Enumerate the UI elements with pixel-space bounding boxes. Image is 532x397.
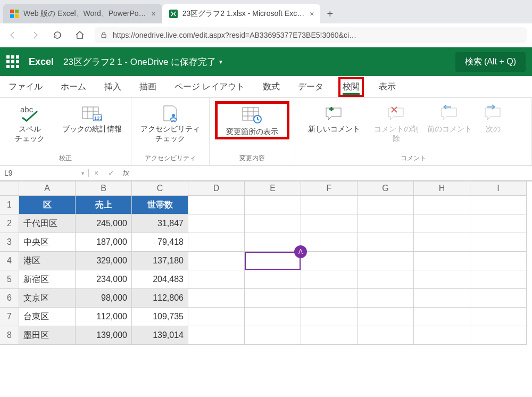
column-header[interactable]: E <box>245 181 301 196</box>
browser-tab-active[interactable]: 23区グラフ2 1.xlsx - Microsoft Exc… × <box>162 4 321 23</box>
cell[interactable]: 新宿区 <box>19 270 76 289</box>
cell[interactable] <box>470 214 527 233</box>
forward-button[interactable] <box>28 28 43 43</box>
row-header[interactable]: 2 <box>0 214 19 233</box>
cell[interactable]: 千代田区 <box>19 214 76 233</box>
cell[interactable] <box>245 233 301 252</box>
cell[interactable] <box>301 214 358 233</box>
ribbon-tab-draw[interactable]: 描画 <box>136 77 160 97</box>
back-button[interactable] <box>5 28 20 43</box>
workbook-stats-button[interactable]: 123 ブックの統計情報 <box>57 101 127 134</box>
column-header[interactable]: A <box>19 181 76 196</box>
cell[interactable]: 204,483 <box>132 270 188 289</box>
ribbon-tab-insert[interactable]: 挿入 <box>101 77 124 97</box>
new-tab-button[interactable]: + <box>320 4 339 23</box>
cell[interactable] <box>301 326 358 345</box>
column-header[interactable]: D <box>188 181 245 196</box>
ribbon-tab-file[interactable]: ファイル <box>5 77 46 97</box>
cell[interactable] <box>358 252 414 270</box>
cell[interactable] <box>470 233 527 252</box>
cell[interactable] <box>245 196 301 214</box>
accept-formula-icon[interactable]: ✓ <box>104 169 119 177</box>
cell[interactable]: 139,014 <box>132 326 188 345</box>
cell[interactable]: 31,847 <box>132 214 188 233</box>
spell-check-button[interactable]: abc スペル チェック <box>4 101 55 143</box>
cell[interactable] <box>301 196 358 214</box>
cell[interactable] <box>414 196 470 214</box>
cell[interactable] <box>188 308 245 326</box>
refresh-button[interactable] <box>50 28 65 43</box>
column-header[interactable]: G <box>358 181 414 196</box>
prev-comment-button[interactable]: 前のコメント <box>424 101 475 134</box>
row-header[interactable]: 4 <box>0 252 19 270</box>
row-header[interactable]: 3 <box>0 233 19 252</box>
cell[interactable] <box>301 233 358 252</box>
cancel-formula-icon[interactable]: × <box>89 169 104 177</box>
name-box[interactable]: L9 ▾ <box>0 169 89 177</box>
accessibility-check-button[interactable]: アクセシビリティ チェック <box>136 101 205 143</box>
spreadsheet-grid[interactable]: ABCDEFGHI1区売上世帯数2千代田区245,00031,8473中央区18… <box>0 181 532 345</box>
cell[interactable] <box>414 252 470 270</box>
cell[interactable]: 112,000 <box>76 308 132 326</box>
cell[interactable]: 137,180 <box>132 252 188 270</box>
cell[interactable] <box>301 270 358 289</box>
home-button[interactable] <box>72 28 87 43</box>
ribbon-tab-data[interactable]: データ <box>295 77 327 97</box>
column-header[interactable]: F <box>301 181 358 196</box>
cell[interactable] <box>245 308 301 326</box>
cell[interactable] <box>470 308 527 326</box>
cell[interactable] <box>470 326 527 345</box>
cell[interactable] <box>188 233 245 252</box>
cell[interactable]: 台東区 <box>19 308 76 326</box>
cell[interactable] <box>358 326 414 345</box>
cell[interactable]: 187,000 <box>76 233 132 252</box>
row-header[interactable]: 8 <box>0 326 19 345</box>
cell[interactable] <box>358 308 414 326</box>
next-comment-button[interactable]: 次の <box>477 101 509 134</box>
cell[interactable]: 中央区 <box>19 233 76 252</box>
cell[interactable]: 329,000 <box>76 252 132 270</box>
row-header[interactable]: 6 <box>0 289 19 308</box>
cell[interactable]: 109,735 <box>132 308 188 326</box>
cell[interactable] <box>301 252 358 270</box>
ribbon-tab-page-layout[interactable]: ページ レイアウト <box>171 77 248 97</box>
browser-tab[interactable]: Web 版の Excel、Word、PowerPo… × <box>3 4 162 23</box>
cell[interactable]: 245,000 <box>76 214 132 233</box>
delete-comment-button[interactable]: コメントの削除 <box>371 101 422 143</box>
ribbon-tab-view[interactable]: 表示 <box>376 77 399 97</box>
cell[interactable]: 79,418 <box>132 233 188 252</box>
search-input[interactable]: 検索 (Alt + Q) <box>455 52 526 72</box>
cell[interactable] <box>188 196 245 214</box>
cell[interactable] <box>414 214 470 233</box>
cell[interactable] <box>245 326 301 345</box>
cell[interactable]: 139,000 <box>76 326 132 345</box>
cell[interactable] <box>414 270 470 289</box>
cell[interactable]: 234,000 <box>76 270 132 289</box>
app-launcher-icon[interactable] <box>6 55 19 68</box>
select-all-corner[interactable] <box>0 181 19 196</box>
fx-icon[interactable]: fx <box>119 169 134 177</box>
cell[interactable]: 世帯数 <box>132 196 188 214</box>
row-header[interactable]: 1 <box>0 196 19 214</box>
column-header[interactable]: C <box>132 181 188 196</box>
cell[interactable] <box>414 326 470 345</box>
cell[interactable] <box>358 289 414 308</box>
row-header[interactable]: 7 <box>0 308 19 326</box>
cell[interactable] <box>470 289 527 308</box>
cell[interactable] <box>301 308 358 326</box>
cell[interactable] <box>188 289 245 308</box>
cell[interactable] <box>470 270 527 289</box>
column-header[interactable]: B <box>76 181 132 196</box>
row-header[interactable]: 5 <box>0 270 19 289</box>
cell[interactable] <box>358 214 414 233</box>
cell[interactable] <box>470 196 527 214</box>
url-input[interactable]: https://onedrive.live.com/edit.aspx?resi… <box>95 27 527 43</box>
cell[interactable]: 港区 <box>19 252 76 270</box>
cell[interactable] <box>245 270 301 289</box>
show-changes-button[interactable]: 変更箇所の表示 <box>218 104 287 137</box>
close-icon[interactable]: × <box>309 10 315 18</box>
close-icon[interactable]: × <box>151 10 157 18</box>
cell[interactable]: 112,806 <box>132 289 188 308</box>
ribbon-tab-formulas[interactable]: 数式 <box>260 77 283 97</box>
cell[interactable] <box>188 270 245 289</box>
